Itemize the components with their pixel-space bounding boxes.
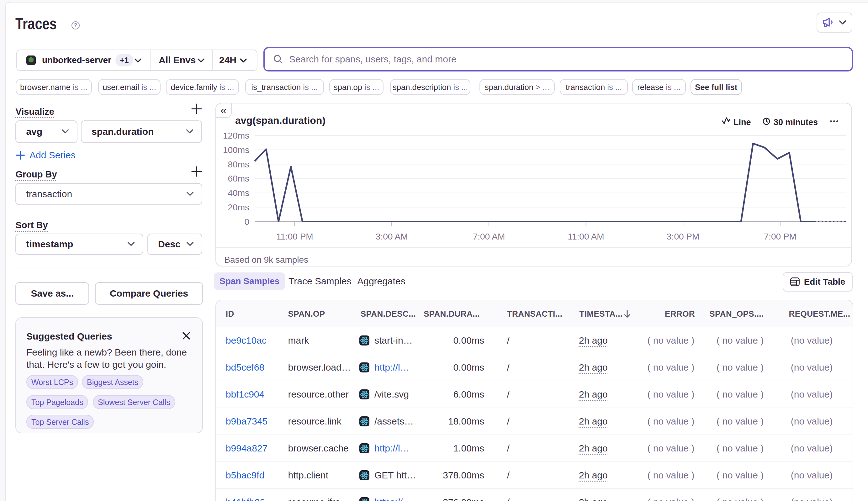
svg-text:7:00 AM: 7:00 AM — [473, 232, 505, 242]
svg-text:7:00 PM: 7:00 PM — [764, 232, 796, 242]
svg-text:3:00 PM: 3:00 PM — [667, 232, 699, 242]
svg-text:20ms: 20ms — [227, 203, 249, 212]
svg-text:120ms: 120ms — [223, 131, 249, 140]
svg-text:60ms: 60ms — [227, 174, 249, 183]
svg-text:11:00 AM: 11:00 AM — [568, 232, 604, 242]
svg-text:80ms: 80ms — [227, 160, 249, 169]
svg-text:Based on 9k samples: Based on 9k samples — [224, 255, 308, 265]
svg-text:3:00 AM: 3:00 AM — [375, 232, 407, 242]
svg-text:100ms: 100ms — [223, 145, 249, 155]
svg-text:11:00 PM: 11:00 PM — [276, 232, 313, 242]
svg-text:0: 0 — [244, 217, 249, 227]
svg-text:40ms: 40ms — [227, 188, 249, 198]
